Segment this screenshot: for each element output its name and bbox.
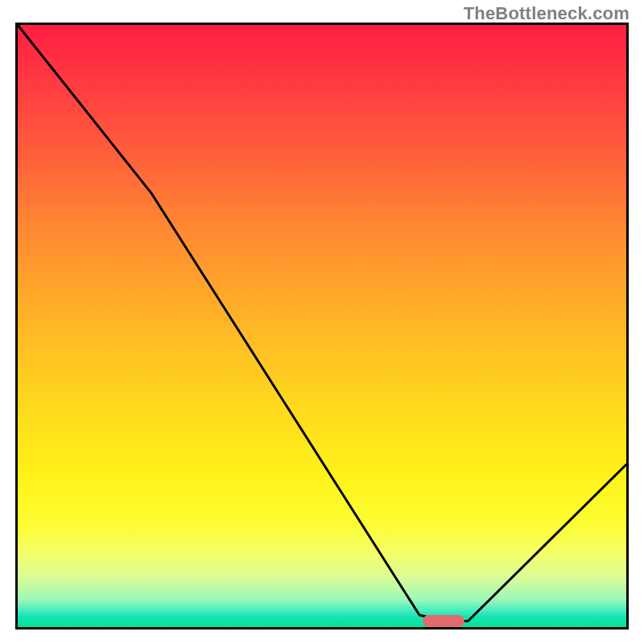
- attribution-text: TheBottleneck.com: [464, 3, 630, 24]
- optimal-range-marker: [423, 615, 464, 627]
- chart-canvas: TheBottleneck.com: [0, 0, 644, 644]
- plot-area: [15, 23, 629, 630]
- background-gradient: [18, 25, 626, 627]
